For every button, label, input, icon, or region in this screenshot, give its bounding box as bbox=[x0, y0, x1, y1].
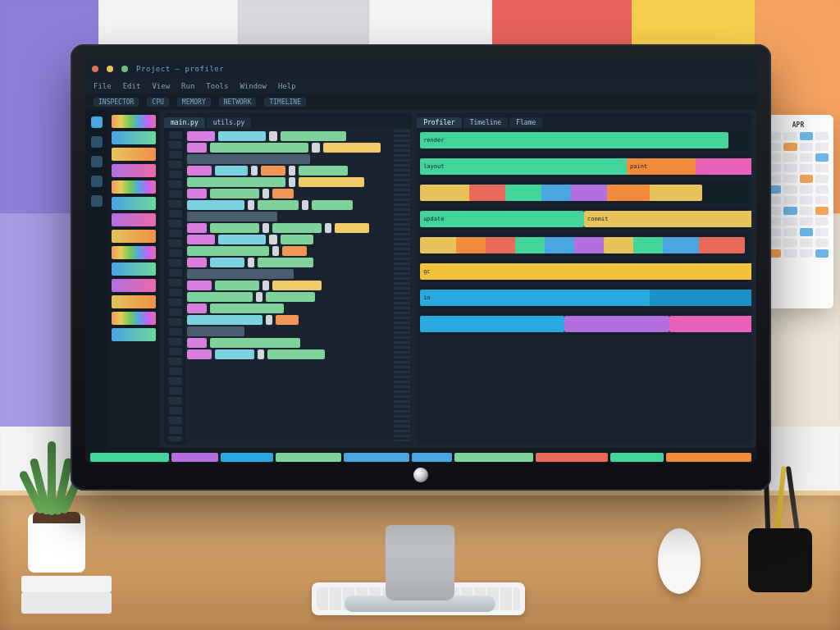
profiler-segment[interactable]: update bbox=[420, 211, 584, 227]
editor-pane[interactable]: main.pyutils.py bbox=[164, 113, 412, 445]
tab[interactable]: main.py bbox=[164, 117, 205, 128]
profiler-segment[interactable] bbox=[486, 237, 518, 253]
menu-item[interactable]: Window bbox=[240, 82, 267, 90]
code-area[interactable] bbox=[187, 130, 409, 441]
extensions-icon[interactable] bbox=[91, 195, 103, 207]
profiler-segment[interactable] bbox=[663, 237, 702, 253]
thumb[interactable] bbox=[112, 148, 156, 161]
toolbar-chip[interactable]: TIMELINE bbox=[264, 98, 306, 107]
profiler-segment[interactable] bbox=[420, 237, 459, 253]
toolbar[interactable]: INSPECTORCPUMEMORYNETWORKTIMELINE bbox=[85, 94, 756, 110]
thumb[interactable] bbox=[112, 213, 156, 226]
window-titlebar[interactable]: Project — profiler bbox=[85, 59, 756, 79]
profiler-pane[interactable]: ProfilerTimelineFlame renderlayoutpaintu… bbox=[417, 113, 751, 445]
search-icon[interactable] bbox=[91, 136, 103, 148]
thumb[interactable] bbox=[112, 295, 156, 308]
menu-item[interactable]: Run bbox=[181, 82, 194, 90]
code-line[interactable] bbox=[187, 131, 409, 141]
profiler-segment[interactable]: gc bbox=[420, 263, 751, 280]
profiler-segment[interactable] bbox=[505, 185, 545, 201]
activity-bar[interactable] bbox=[85, 110, 108, 448]
profiler-segment[interactable]: io bbox=[420, 290, 656, 306]
profiler-track[interactable]: io bbox=[420, 287, 748, 308]
profiler-segment[interactable]: paint bbox=[627, 158, 699, 175]
tab[interactable]: utils.py bbox=[207, 117, 252, 128]
profiler-segment[interactable] bbox=[669, 316, 751, 332]
tab[interactable]: Timeline bbox=[463, 117, 509, 128]
profiler-segment[interactable] bbox=[564, 316, 669, 332]
files-icon[interactable] bbox=[91, 116, 103, 128]
maximize-icon[interactable] bbox=[121, 66, 128, 72]
thumb[interactable] bbox=[112, 197, 156, 210]
minimize-icon[interactable] bbox=[107, 66, 113, 72]
code-line[interactable] bbox=[187, 338, 409, 348]
code-line[interactable] bbox=[187, 315, 409, 325]
toolbar-chip[interactable]: MEMORY bbox=[177, 98, 211, 107]
profiler-track[interactable]: updatecommit bbox=[420, 208, 748, 230]
toolbar-chip[interactable]: NETWORK bbox=[219, 98, 257, 107]
thumb[interactable] bbox=[112, 180, 156, 194]
tab[interactable]: Profiler bbox=[417, 117, 462, 128]
code-line[interactable] bbox=[187, 292, 409, 302]
profiler-segment[interactable]: layout bbox=[420, 158, 630, 175]
profiler-segment[interactable] bbox=[420, 316, 564, 332]
profiler-segment[interactable] bbox=[650, 290, 751, 306]
code-line[interactable] bbox=[187, 269, 409, 279]
code-line[interactable] bbox=[187, 349, 409, 359]
code-line[interactable] bbox=[187, 281, 409, 290]
debug-icon[interactable] bbox=[91, 176, 103, 187]
profiler-track[interactable] bbox=[420, 235, 748, 256]
profiler-track[interactable] bbox=[420, 313, 748, 335]
toolbar-chip[interactable]: INSPECTOR bbox=[94, 98, 139, 107]
menubar[interactable]: FileEditViewRunToolsWindowHelp bbox=[85, 79, 756, 94]
thumb[interactable] bbox=[112, 246, 156, 259]
profiler-track[interactable] bbox=[420, 182, 748, 203]
thumb[interactable] bbox=[112, 131, 156, 144]
menu-item[interactable]: File bbox=[94, 82, 112, 90]
console[interactable] bbox=[85, 448, 756, 463]
code-line[interactable] bbox=[187, 177, 409, 187]
profiler-segment[interactable] bbox=[571, 185, 610, 201]
profiler-track[interactable]: layoutpaint bbox=[420, 156, 748, 177]
close-icon[interactable] bbox=[92, 66, 98, 72]
code-line[interactable] bbox=[187, 200, 409, 210]
menu-item[interactable]: Edit bbox=[123, 82, 141, 90]
profiler-segment[interactable] bbox=[541, 185, 574, 201]
menu-item[interactable]: View bbox=[152, 82, 170, 90]
profiler-track[interactable]: gc bbox=[420, 261, 748, 282]
thumb[interactable] bbox=[112, 115, 156, 128]
profiler-segment[interactable] bbox=[574, 237, 607, 253]
profiler-segment[interactable] bbox=[515, 237, 548, 253]
tabstrip-right[interactable]: ProfilerTimelineFlame bbox=[417, 113, 751, 128]
profiler-tracks[interactable]: renderlayoutpaintupdatecommitgcio bbox=[420, 130, 748, 440]
profiler-segment[interactable] bbox=[420, 185, 472, 201]
profiler-segment[interactable] bbox=[456, 237, 489, 253]
profiler-segment[interactable] bbox=[696, 158, 751, 175]
profiler-segment[interactable]: commit bbox=[584, 211, 751, 227]
code-line[interactable] bbox=[187, 258, 409, 267]
profiler-segment[interactable] bbox=[699, 237, 745, 253]
menu-item[interactable]: Help bbox=[278, 82, 296, 90]
profiler-segment[interactable]: render bbox=[420, 132, 728, 148]
profiler-segment[interactable] bbox=[604, 237, 637, 253]
profiler-segment[interactable] bbox=[607, 185, 653, 201]
thumb[interactable] bbox=[112, 230, 156, 243]
profiler-track[interactable]: render bbox=[420, 130, 748, 151]
menu-item[interactable]: Tools bbox=[206, 82, 228, 90]
profiler-segment[interactable] bbox=[650, 185, 702, 201]
code-line[interactable] bbox=[187, 246, 409, 256]
code-line[interactable] bbox=[187, 223, 409, 233]
code-line[interactable] bbox=[187, 235, 409, 244]
thumb[interactable] bbox=[112, 164, 156, 177]
code-line[interactable] bbox=[187, 154, 409, 164]
code-line[interactable] bbox=[187, 326, 409, 336]
tab[interactable]: Flame bbox=[509, 117, 542, 128]
code-line[interactable] bbox=[187, 143, 409, 153]
profiler-segment[interactable] bbox=[469, 185, 509, 201]
code-line[interactable] bbox=[187, 212, 409, 221]
thumb[interactable] bbox=[112, 279, 156, 292]
profiler-segment[interactable] bbox=[545, 237, 578, 253]
thumb[interactable] bbox=[112, 262, 156, 276]
thumb[interactable] bbox=[112, 328, 156, 341]
thumb[interactable] bbox=[112, 312, 156, 325]
